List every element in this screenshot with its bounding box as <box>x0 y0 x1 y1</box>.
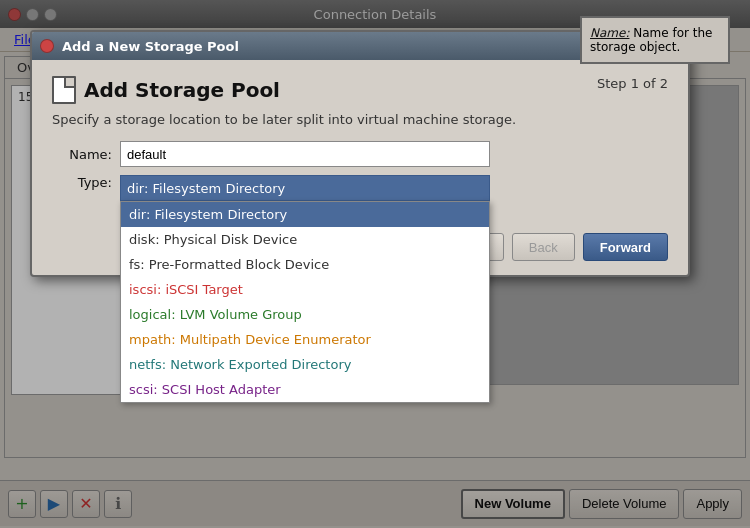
type-option-6[interactable]: netfs: Network Exported Directory <box>121 352 489 377</box>
type-option-1[interactable]: disk: Physical Disk Device <box>121 227 489 252</box>
name-input[interactable] <box>120 141 490 167</box>
modal-close-button[interactable] <box>40 39 54 53</box>
modal-title: Add a New Storage Pool <box>62 39 239 54</box>
modal-body: Add Storage Pool Step 1 of 2 Specify a s… <box>32 60 688 225</box>
add-storage-pool-dialog: Add a New Storage Pool Add Storage Pool … <box>30 30 690 277</box>
step-info: Step 1 of 2 <box>597 76 668 91</box>
type-row: Type: dir: Filesystem Directory dir: Fil… <box>52 175 668 201</box>
modal-overlay: Add a New Storage Pool Add Storage Pool … <box>0 0 750 528</box>
document-icon <box>52 76 76 104</box>
info-name-label: Name: <box>590 26 629 40</box>
type-option-0[interactable]: dir: Filesystem Directory <box>121 202 489 227</box>
main-window: Connection Details File Ove... 159... + … <box>0 0 750 528</box>
name-label: Name: <box>52 147 112 162</box>
type-label: Type: <box>52 175 112 190</box>
dropdown-selected[interactable]: dir: Filesystem Directory <box>120 175 490 201</box>
dropdown-list: dir: Filesystem Directorydisk: Physical … <box>120 201 490 403</box>
type-option-7[interactable]: scsi: SCSI Host Adapter <box>121 377 489 402</box>
back-button[interactable]: Back <box>512 233 575 261</box>
type-option-3[interactable]: iscsi: iSCSI Target <box>121 277 489 302</box>
name-row: Name: <box>52 141 668 167</box>
type-option-5[interactable]: mpath: Multipath Device Enumerator <box>121 327 489 352</box>
modal-subtitle: Specify a storage location to be later s… <box>52 112 668 127</box>
type-option-4[interactable]: logical: LVM Volume Group <box>121 302 489 327</box>
forward-button[interactable]: Forward <box>583 233 668 261</box>
info-panel: Name: Name for the storage object. <box>580 16 730 64</box>
type-option-2[interactable]: fs: Pre-Formatted Block Device <box>121 252 489 277</box>
modal-heading: Add Storage Pool <box>52 76 280 104</box>
modal-header: Add Storage Pool Step 1 of 2 <box>52 76 668 104</box>
type-dropdown[interactable]: dir: Filesystem Directory dir: Filesyste… <box>120 175 490 201</box>
